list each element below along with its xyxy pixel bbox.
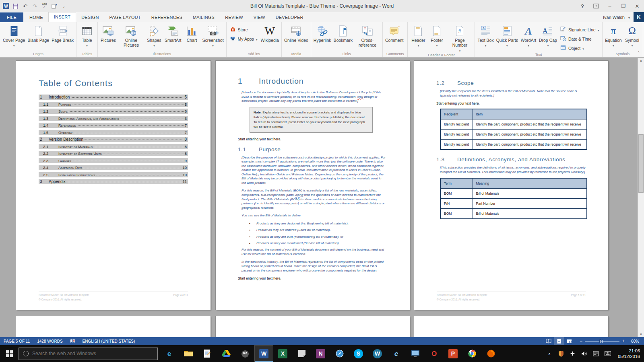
edge-icon[interactable]: e xyxy=(160,345,179,362)
text-box-button[interactable]: A Text Box xyxy=(476,23,495,53)
collapse-ribbon-icon[interactable] xyxy=(637,51,640,55)
powerpoint-icon[interactable]: P xyxy=(444,345,462,362)
comment-button[interactable]: Comment xyxy=(384,23,405,52)
touch-keyboard-icon[interactable] xyxy=(605,350,611,357)
film-tv-icon[interactable] xyxy=(406,345,425,362)
wordpress-icon[interactable]: W xyxy=(368,345,387,362)
toc-entry[interactable]: 2.4Adaptation Data10 xyxy=(39,165,188,170)
toc-entry[interactable]: 2.2Inventory of Software Units8 xyxy=(39,151,188,156)
zoom-level[interactable]: 60% xyxy=(630,339,644,343)
wordart-button[interactable]: A WordArt xyxy=(519,23,538,53)
proofing-status[interactable] xyxy=(66,337,79,345)
page-number-button[interactable]: # Page Number xyxy=(446,23,473,53)
date-time-button[interactable]: Date & Time xyxy=(558,34,601,43)
my-apps-button[interactable]: My Apps xyxy=(228,34,260,43)
toc-entry[interactable]: 1.4References7 xyxy=(39,123,188,128)
start-text-cursor[interactable]: Start entering your text here. xyxy=(238,276,386,280)
security-shield-icon[interactable] xyxy=(558,350,564,357)
toc-entry[interactable]: 1.1Purpose5 xyxy=(39,102,188,107)
toc-entry[interactable]: 2Version Description8 xyxy=(39,137,188,142)
toc-entry[interactable]: 2.5Installation Instructions10 xyxy=(39,172,188,177)
cross-reference-button[interactable]: Cross-reference xyxy=(354,23,381,52)
quick-parts-button[interactable]: Quick Parts xyxy=(495,23,519,53)
toc-entry[interactable]: 1.2Scope6 xyxy=(39,109,188,114)
tab-page-layout[interactable]: PAGE LAYOUT xyxy=(104,13,146,22)
volume-icon[interactable] xyxy=(581,350,588,357)
tab-home[interactable]: HOME xyxy=(24,13,48,22)
equation-button[interactable]: π Equation xyxy=(604,23,623,52)
tab-file[interactable]: FILE xyxy=(0,12,23,22)
vertical-scrollbar[interactable]: ▲ ▼ xyxy=(638,58,644,337)
customize-qat-icon[interactable] xyxy=(60,3,67,10)
symbol-button[interactable]: Ω Symbol xyxy=(623,23,642,52)
zoom-in-icon[interactable]: + xyxy=(619,338,627,344)
tab-design[interactable]: DESIGN xyxy=(76,13,104,22)
save-icon[interactable] xyxy=(12,3,19,10)
close-button[interactable] xyxy=(630,0,644,12)
object-button[interactable]: Object xyxy=(558,43,601,53)
tab-references[interactable]: REFERENCES xyxy=(146,13,188,22)
word-taskbar-icon[interactable]: W xyxy=(254,345,273,362)
document-canvas[interactable]: Table of Contents 1Introduction5 1.1Purp… xyxy=(0,58,644,337)
online-video-button[interactable]: Online Video xyxy=(283,23,310,52)
google-drive-icon[interactable] xyxy=(217,345,235,362)
toc-entry[interactable]: 1.5Overview7 xyxy=(39,130,188,135)
avatar[interactable]: K xyxy=(634,12,644,22)
restore-button[interactable] xyxy=(617,0,630,12)
redo-icon[interactable] xyxy=(31,3,38,10)
skype-icon[interactable]: S xyxy=(349,345,368,362)
print-layout-button[interactable] xyxy=(554,337,564,345)
blank-page-button[interactable]: Blank Page xyxy=(26,23,50,52)
airplane-icon[interactable] xyxy=(570,350,576,357)
drop-cap-button[interactable]: A Drop Cap xyxy=(538,23,558,53)
document-pane-icon[interactable] xyxy=(51,3,58,10)
toc-entry[interactable]: 2.1Inventory of Materials8 xyxy=(39,144,188,149)
page-scope[interactable]: 1.2Scope [Identify the recipients for th… xyxy=(414,61,608,310)
toc-entry[interactable]: 2.3Changes9 xyxy=(39,158,188,163)
definitions-table[interactable]: TermMeaning BOMBill of Materials P/NPart… xyxy=(440,178,587,219)
internet-explorer-icon[interactable]: e xyxy=(387,345,406,362)
bookmark-button[interactable]: Bookmark xyxy=(332,23,354,52)
taskbar-search[interactable] xyxy=(19,348,158,360)
spelling-grammar-icon[interactable]: ABC✓ xyxy=(41,3,48,10)
hyperlink-button[interactable]: Hyperlink xyxy=(312,23,332,52)
page-partial[interactable] xyxy=(16,316,211,337)
online-pictures-button[interactable]: Online Pictures xyxy=(118,23,145,52)
start-button[interactable] xyxy=(0,345,19,362)
language-indicator[interactable]: ENGLISH (UNITED STATES) xyxy=(79,337,139,345)
zoom-track[interactable] xyxy=(585,341,619,341)
page-partial[interactable] xyxy=(414,316,608,337)
page-toc[interactable]: Table of Contents 1Introduction5 1.1Purp… xyxy=(16,61,211,310)
safari-icon[interactable] xyxy=(330,345,349,362)
wikipedia-button[interactable]: W Wikipedia xyxy=(259,23,280,52)
word-logo-icon[interactable]: W xyxy=(3,3,9,9)
scroll-down-icon[interactable]: ▼ xyxy=(638,333,644,336)
chrome-icon[interactable] xyxy=(462,345,481,362)
web-layout-button[interactable] xyxy=(564,337,575,345)
search-input[interactable] xyxy=(32,351,153,356)
page-indicator[interactable]: PAGE 5 OF 11 xyxy=(0,337,33,345)
footer-button[interactable]: Footer xyxy=(427,23,446,53)
toc-entry[interactable]: 1.3Definitions, Acronyms, and Abbreviati… xyxy=(39,116,188,121)
page-break-button[interactable]: Page Break xyxy=(50,23,75,52)
read-mode-button[interactable] xyxy=(543,337,554,345)
header-button[interactable]: Header xyxy=(409,23,427,53)
opera-icon[interactable]: O xyxy=(425,345,444,362)
onenote-icon[interactable]: N xyxy=(311,345,330,362)
help-icon[interactable] xyxy=(576,0,589,12)
tab-view[interactable]: VIEW xyxy=(248,13,270,22)
gimp-icon[interactable] xyxy=(235,345,254,362)
chart-button[interactable]: Chart xyxy=(182,23,201,52)
shapes-button[interactable]: Shapes xyxy=(145,23,163,52)
undo-icon[interactable] xyxy=(22,3,29,10)
cover-page-button[interactable]: Cover Page xyxy=(2,23,26,52)
file-explorer-icon[interactable] xyxy=(179,345,198,362)
firefox-icon[interactable] xyxy=(481,345,500,362)
toc-entry[interactable]: 3Appendix11 xyxy=(39,179,188,184)
scope-table[interactable]: RecipientItem Identify recipientIdentify… xyxy=(440,109,587,150)
smartart-button[interactable]: SmartArt xyxy=(163,23,182,52)
minimize-button[interactable] xyxy=(603,0,617,12)
tab-mailings[interactable]: MAILINGS xyxy=(188,13,220,22)
page-introduction[interactable]: 1Introduction [Introduce the document by… xyxy=(216,61,410,310)
scrollbar-thumb[interactable] xyxy=(638,134,644,193)
